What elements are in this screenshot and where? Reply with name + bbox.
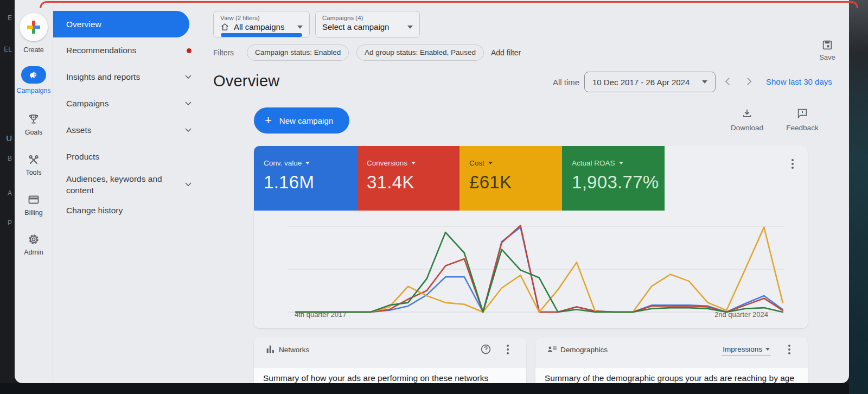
- nav-item-recommendations[interactable]: Recommendations: [66, 46, 196, 55]
- filters-row: Filters Campaign status: Enabled Ad grou…: [213, 45, 849, 61]
- megaphone-icon: [28, 69, 39, 80]
- main-content: View (2 filters) All campaigns Campaigns…: [213, 0, 849, 383]
- date-range-picker[interactable]: 10 Dec 2017 - 26 Apr 2024: [584, 72, 716, 92]
- trophy-icon: [15, 112, 53, 126]
- scorecard-conv-value[interactable]: Conv. value 1.16M: [254, 146, 357, 211]
- chart-line-actual-roas: [296, 232, 783, 312]
- background-text-fragment: EL: [0, 46, 12, 53]
- feedback-icon: [796, 107, 808, 119]
- view-filter-dropdown[interactable]: View (2 filters) All campaigns: [213, 11, 310, 38]
- window-bottom-edge: [0, 383, 849, 394]
- next-period-button[interactable]: [743, 75, 755, 87]
- background-text-fragment: B: [0, 155, 12, 162]
- credit-card-icon: [15, 193, 53, 207]
- demographics-icon: [546, 344, 558, 355]
- bar-chart-icon: [265, 344, 277, 355]
- nav-item-products[interactable]: Products: [66, 152, 196, 162]
- home-icon: [220, 22, 229, 31]
- background-text-fragment: P: [0, 219, 12, 227]
- dropdown-caret: [297, 26, 303, 29]
- background-text-fragment: A: [0, 189, 12, 197]
- x-axis-end-label: 2nd quarter 2024: [660, 310, 768, 319]
- demographics-card-kebab-icon[interactable]: [788, 345, 790, 356]
- demographics-card-title: Demographics: [560, 346, 608, 354]
- nav-item-assets[interactable]: Assets: [66, 125, 196, 135]
- help-icon[interactable]: [480, 344, 492, 355]
- sidebar-item-goals[interactable]: Goals: [15, 112, 53, 136]
- previous-period-button[interactable]: [722, 75, 734, 87]
- nav-item-change-history[interactable]: Change history: [66, 206, 196, 215]
- gear-icon: [15, 232, 53, 246]
- networks-card-title: Networks: [279, 346, 309, 354]
- background-text-fragment: E: [0, 14, 12, 22]
- active-view-indicator: [221, 33, 302, 37]
- download-button[interactable]: Download: [728, 107, 766, 132]
- chevron-down-icon: [185, 128, 192, 132]
- new-campaign-button[interactable]: + New campaign: [254, 107, 349, 134]
- filter-chip-ad-group-status[interactable]: Ad group status: Enabled, Paused: [356, 45, 484, 61]
- sidebar-item-admin[interactable]: Admin: [15, 232, 53, 256]
- nav-menu: Overview Recommendations Insights and re…: [53, 0, 213, 383]
- networks-card-summary: Summary of how your ads are performing o…: [263, 373, 488, 383]
- nav-item-insights-and-reports[interactable]: Insights and reports: [66, 72, 196, 82]
- add-filter-button[interactable]: Add filter: [491, 48, 521, 57]
- desktop-wallpaper-strip: [849, 0, 868, 394]
- icon-rail: Create Campaigns Goals: [15, 0, 53, 383]
- chart-line-conversions: [296, 225, 783, 312]
- campaign-select-dropdown[interactable]: Campaigns (4) Select a campaign: [315, 11, 420, 38]
- background-text-fragment: U: [0, 134, 12, 143]
- card-menu-kebab-icon[interactable]: [792, 159, 794, 170]
- nav-item-campaigns[interactable]: Campaigns: [66, 99, 196, 109]
- nav-item-audiences[interactable]: Audiences, keywords and content: [66, 173, 181, 196]
- demographics-card-summary: Summary of the demographic groups your a…: [545, 373, 794, 383]
- scorecards: Conv. value 1.16M Conversions 31.4K Cost…: [254, 146, 665, 211]
- tools-icon: [15, 152, 53, 167]
- page-title: Overview: [213, 72, 279, 90]
- scorecard-actual-roas[interactable]: Actual ROAS 1,903.77%: [562, 146, 665, 211]
- admin-label: Admin: [15, 249, 53, 256]
- tools-label: Tools: [15, 169, 53, 176]
- nav-item-overview[interactable]: Overview: [53, 11, 189, 37]
- filter-chip-campaign-status[interactable]: Campaign status: Enabled: [247, 45, 349, 61]
- sidebar-item-tools[interactable]: Tools: [15, 152, 53, 176]
- filters-label: Filters: [213, 48, 234, 57]
- networks-card-kebab-icon[interactable]: [507, 345, 509, 356]
- screen-share-border: [40, 1, 858, 8]
- scorecard-cost[interactable]: Cost £61K: [459, 146, 562, 211]
- chevron-down-icon: [185, 75, 192, 79]
- metric-caret: [305, 162, 310, 164]
- create-label: Create: [15, 46, 53, 54]
- recommendations-badge: [187, 48, 192, 53]
- performance-summary-card: Conv. value 1.16M Conversions 31.4K Cost…: [254, 146, 808, 328]
- performance-line-chart: [288, 221, 784, 317]
- sidebar-item-billing[interactable]: Billing: [15, 193, 53, 217]
- billing-label: Billing: [15, 209, 53, 217]
- demographics-card: Demographics Impressions Summary of the …: [535, 338, 808, 383]
- chevron-down-icon: [185, 101, 192, 106]
- scorecard-conversions[interactable]: Conversions 31.4K: [357, 146, 459, 211]
- chart-line-cost: [296, 227, 783, 312]
- create-button[interactable]: Create: [15, 13, 53, 54]
- create-plus-icon[interactable]: [20, 13, 48, 41]
- metric-caret: [411, 162, 416, 164]
- x-axis-start-label: 4th quarter 2017: [295, 310, 346, 319]
- goals-label: Goals: [15, 129, 53, 136]
- metric-caret: [488, 162, 493, 164]
- dropdown-caret: [407, 26, 413, 29]
- demographics-metric-dropdown[interactable]: Impressions: [722, 345, 771, 355]
- download-icon: [741, 107, 753, 119]
- google-ads-window: Create Campaigns Goals: [15, 0, 849, 383]
- show-last-30-days-link[interactable]: Show last 30 days: [766, 77, 832, 86]
- feedback-button[interactable]: Feedback: [783, 107, 821, 132]
- campaigns-label: Campaigns: [15, 87, 53, 94]
- networks-card: Networks Summary of how your ads are per…: [254, 338, 526, 383]
- chevron-down-icon: [185, 182, 192, 187]
- plus-icon: +: [265, 113, 272, 128]
- chart-line-conv-value: [296, 227, 783, 312]
- sidebar-item-campaigns[interactable]: Campaigns: [15, 66, 53, 94]
- metric-caret: [619, 162, 623, 164]
- date-range-preset-label: All time: [553, 78, 579, 87]
